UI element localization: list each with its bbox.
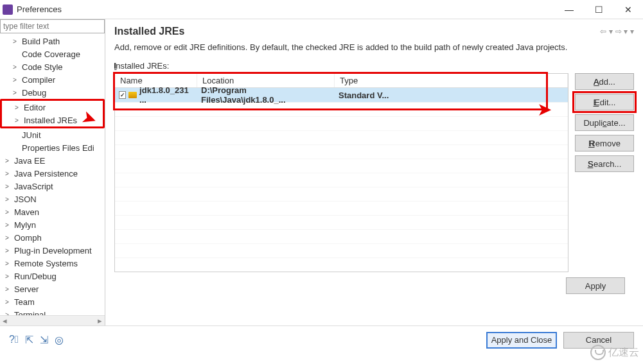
remove-button[interactable]: RRemove [575, 135, 634, 152]
nav-arrows: ⇦ ▾ ⇨ ▾ ▾ [600, 27, 634, 36]
tree-item-compiler[interactable]: >Compiler [0, 73, 105, 86]
tree-item-label: JUnit [21, 130, 41, 140]
preferences-tree: >Build PathCode Coverage>Code Style>Comp… [0, 33, 105, 315]
row-type: Standard V... [335, 89, 568, 101]
tree-item-label: Remote Systems [13, 259, 78, 268]
tree-item-team[interactable]: >Team [0, 295, 105, 308]
export-icon[interactable]: ⇲ [40, 334, 48, 346]
tree-item-label: Code Style [21, 62, 63, 72]
search-button[interactable]: SSearch... [575, 155, 634, 172]
tree-item-terminal[interactable]: >Terminal [0, 308, 105, 315]
expand-icon[interactable]: > [5, 247, 13, 254]
apply-and-close-button[interactable]: Apply and Close [486, 332, 557, 349]
expand-icon[interactable]: > [5, 157, 13, 164]
tree-item-label: Server [13, 284, 39, 294]
expand-icon[interactable]: > [5, 286, 13, 293]
tree-item-junit[interactable]: JUnit [0, 128, 105, 141]
sidebar: >Build PathCode Coverage>Code Style>Comp… [0, 19, 105, 325]
expand-icon[interactable]: > [5, 299, 13, 306]
sidebar-scrollbar[interactable]: ◂▸ [0, 315, 105, 325]
expand-icon[interactable]: > [13, 89, 21, 96]
tree-item-label: JavaScript [13, 182, 53, 191]
tree-item-run-debug[interactable]: >Run/Debug [0, 270, 105, 282]
close-button[interactable]: ✕ [613, 0, 643, 19]
tree-item-properties-files-edi[interactable]: Properties Files Edi [0, 141, 105, 154]
jre-table: Name Location Type ✓ jdk1.8.0_231 ... D:… [114, 73, 568, 272]
watermark: 亿速云 [590, 345, 639, 360]
tree-item-plug-in-development[interactable]: >Plug-in Development [0, 244, 105, 257]
page-title: Installed JREs [114, 26, 184, 37]
expand-icon[interactable]: > [13, 64, 21, 71]
tree-item-maven[interactable]: >Maven [0, 205, 105, 218]
tree-item-mylyn[interactable]: >Mylyn [0, 218, 105, 231]
tree-item-label: Oomph [13, 233, 42, 243]
window-title: Preferences [17, 4, 62, 14]
page-description: Add, remove or edit JRE definitions. By … [114, 42, 634, 52]
app-icon [3, 4, 13, 15]
annotation-arrow-2: ➤ [537, 99, 552, 120]
tree-item-label: Properties Files Edi [21, 143, 94, 153]
tree-item-label: Run/Debug [13, 272, 57, 281]
expand-icon[interactable]: > [5, 170, 13, 177]
edit-button[interactable]: EEdit... [575, 94, 634, 110]
forward-icon[interactable]: ⇨ ▾ [615, 27, 628, 36]
minimize-button[interactable]: — [554, 0, 584, 19]
back-icon[interactable]: ⇦ ▾ [600, 27, 612, 36]
jre-icon [128, 92, 137, 98]
expand-icon[interactable]: > [15, 104, 22, 111]
content-panel: Installed JREs ⇦ ▾ ⇨ ▾ ▾ Add, remove or … [105, 19, 643, 325]
expand-icon[interactable]: > [5, 183, 13, 190]
filter-input[interactable] [0, 19, 105, 33]
tree-item-code-coverage[interactable]: Code Coverage [0, 48, 105, 60]
tree-item-label: JSON [13, 195, 37, 204]
maximize-button[interactable]: ☐ [584, 0, 613, 19]
tree-item-javascript[interactable]: >JavaScript [0, 180, 105, 193]
apply-button[interactable]: Apply [566, 277, 625, 294]
tree-item-label: Debug [21, 88, 46, 98]
tree-item-json[interactable]: >JSON [0, 193, 105, 205]
tree-item-label: Editor [22, 103, 46, 112]
expand-icon[interactable]: > [13, 76, 21, 83]
add-button[interactable]: AAdd... [575, 73, 634, 90]
col-type[interactable]: Type [335, 74, 568, 87]
tree-item-label: Mylyn [13, 220, 36, 230]
expand-icon[interactable]: > [5, 234, 13, 241]
tree-item-java-persistence[interactable]: >Java Persistence [0, 167, 105, 180]
refresh-icon[interactable]: ◎ [55, 334, 64, 346]
tree-item-label: Build Path [21, 37, 60, 46]
expand-icon[interactable]: > [5, 196, 13, 203]
tree-item-java-ee[interactable]: >Java EE [0, 154, 105, 167]
tree-item-label: Plug-in Development [13, 246, 92, 256]
tree-item-oomph[interactable]: >Oomph [0, 231, 105, 244]
row-location: D:\Program Files\Java\jdk1.8.0_... [197, 84, 335, 106]
tree-item-remote-systems[interactable]: >Remote Systems [0, 257, 105, 270]
tree-item-debug[interactable]: >Debug [0, 86, 105, 99]
tree-item-label: Maven [13, 207, 39, 217]
expand-icon[interactable]: > [5, 209, 13, 216]
watermark-icon [590, 345, 606, 360]
expand-icon[interactable]: > [5, 273, 13, 280]
expand-icon[interactable]: > [5, 260, 13, 267]
tree-item-label: Team [13, 297, 35, 307]
expand-icon[interactable]: > [5, 221, 13, 229]
tree-item-build-path[interactable]: >Build Path [0, 35, 105, 48]
table-row[interactable]: ✓ jdk1.8.0_231 ... D:\Program Files\Java… [115, 88, 568, 102]
tree-item-label: Compiler [21, 75, 55, 85]
section-label: IInstalled JREs: [114, 61, 634, 71]
row-name: jdk1.8.0_231 ... [139, 85, 193, 105]
tree-item-label: Installed JREs [22, 116, 77, 125]
tree-item-label: Code Coverage [21, 49, 80, 59]
expand-icon[interactable]: > [13, 38, 21, 45]
tree-item-server[interactable]: >Server [0, 282, 105, 295]
duplicate-button[interactable]: Duplicate... [575, 114, 634, 131]
checkbox-icon[interactable]: ✓ [119, 91, 126, 99]
menu-icon[interactable]: ▾ [630, 27, 634, 36]
tree-item-code-style[interactable]: >Code Style [0, 60, 105, 73]
help-icon[interactable]: ?⃝ [9, 334, 19, 346]
expand-icon[interactable]: > [15, 117, 22, 124]
tree-item-label: Terminal [13, 310, 46, 316]
import-icon[interactable]: ⇱ [25, 334, 33, 346]
bottom-bar: ?⃝ ⇱ ⇲ ◎ Apply and Close Cancel [0, 325, 643, 354]
titlebar: Preferences — ☐ ✕ [0, 0, 643, 19]
tree-item-label: Java Persistence [13, 169, 78, 178]
